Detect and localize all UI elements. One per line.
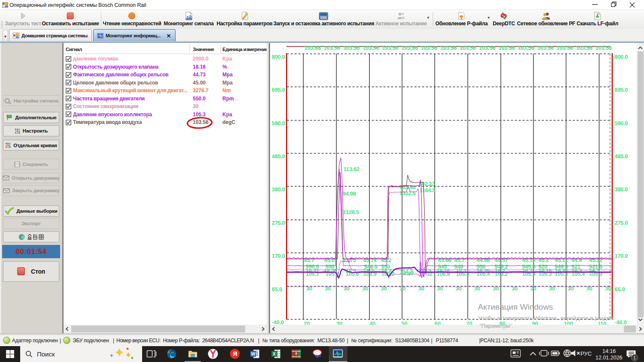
svg-text:14:16: 14:16 [602,348,616,354]
svg-text:103.56: 103.56 [537,45,553,51]
svg-text:113.62: 113.62 [343,166,359,172]
svg-text:103.56: 103.56 [498,45,515,51]
svg-text:30: 30 [306,285,312,292]
svg-text:1: 1 [633,355,636,360]
svg-text:103.56: 103.56 [363,45,379,51]
svg-text:103.56: 103.56 [576,45,592,51]
svg-text:380.0: 380.0 [272,186,285,193]
svg-text:380.0: 380.0 [615,186,628,193]
svg-text:103.56: 103.56 [382,45,398,51]
svg-text:106.8: 106.8 [437,271,450,277]
svg-text:103.56: 103.56 [343,45,359,51]
svg-text:103.9: 103.9 [363,271,377,277]
svg-text:1128.5: 1128.5 [343,209,359,215]
svg-text:103.56: 103.56 [460,45,476,51]
svg-text:W: W [251,351,255,356]
svg-text:30: 30 [549,285,555,292]
svg-text:103.56: 103.56 [557,45,573,51]
svg-text:44.98: 44.98 [477,257,490,263]
svg-text:590.0: 590.0 [272,120,285,127]
svg-text:105.3: 105.3 [589,271,602,277]
svg-text:105.3: 105.3 [538,271,552,277]
svg-text:103.56: 103.56 [440,45,456,51]
svg-text:1164.5: 1164.5 [419,187,435,193]
svg-text:30: 30 [400,285,406,292]
svg-text:45.0: 45.0 [324,257,334,263]
svg-text:30: 30 [418,285,424,292]
svg-text:105.3: 105.3 [522,271,535,277]
svg-text:170.0: 170.0 [272,253,285,259]
svg-text:590.0: 590.0 [615,120,628,127]
svg-text:30: 30 [325,285,331,292]
svg-text:30: 30 [530,285,536,292]
svg-text:30: 30 [343,285,349,292]
svg-text:94.98: 94.98 [343,190,356,197]
svg-text:44.9: 44.9 [571,257,582,263]
svg-text:105.1: 105.1 [306,271,319,277]
svg-text:12.01.2026: 12.01.2026 [595,355,623,361]
svg-text:103.56: 103.56 [518,45,534,51]
svg-text:45.2: 45.2 [538,257,549,263]
svg-text:103.68: 103.68 [304,45,321,51]
svg-text:-40.0: -40.0 [615,319,627,325]
svg-text:30: 30 [493,285,499,292]
svg-text:43.66: 43.66 [438,257,451,263]
svg-text:103.56: 103.56 [479,45,495,51]
svg-text:105.4: 105.4 [477,271,490,277]
svg-text:30: 30 [362,285,368,292]
svg-text:30: 30 [456,285,462,292]
svg-text:695.0: 695.0 [272,87,285,93]
svg-text:800.0: 800.0 [272,54,285,60]
svg-text:30: 30 [474,285,480,292]
svg-text:800.0: 800.0 [615,54,628,60]
svg-text:30: 30 [381,285,387,292]
svg-text:485.0: 485.0 [272,153,285,160]
svg-text:103.56: 103.56 [401,45,418,51]
svg-text:-40.0: -40.0 [272,319,284,325]
svg-text:X: X [272,351,275,356]
svg-text:17.27: 17.27 [401,270,414,277]
svg-text:1332.5: 1332.5 [399,190,416,196]
svg-text:103.56: 103.56 [324,45,340,51]
svg-text:103.56: 103.56 [421,45,437,51]
svg-text:170.0: 170.0 [615,253,628,259]
svg-text:30: 30 [568,285,574,292]
svg-text:275.0: 275.0 [272,220,285,226]
svg-text:695.0: 695.0 [615,87,628,93]
svg-text:275.0: 275.0 [615,220,628,226]
svg-text:Я: Я [233,350,237,357]
svg-text:65.0: 65.0 [272,286,282,293]
svg-text:30: 30 [437,285,443,292]
svg-text:31.75: 31.75 [343,257,356,263]
svg-text:30: 30 [586,285,592,292]
svg-text:65.0: 65.0 [615,286,625,293]
svg-text:103.56: 103.56 [595,45,612,51]
svg-text:30: 30 [512,285,518,292]
svg-text:РУС: РУС [580,350,592,357]
svg-text:485.0: 485.0 [615,153,628,160]
svg-text:105.4: 105.4 [571,271,585,277]
svg-text:30: 30 [605,285,611,292]
